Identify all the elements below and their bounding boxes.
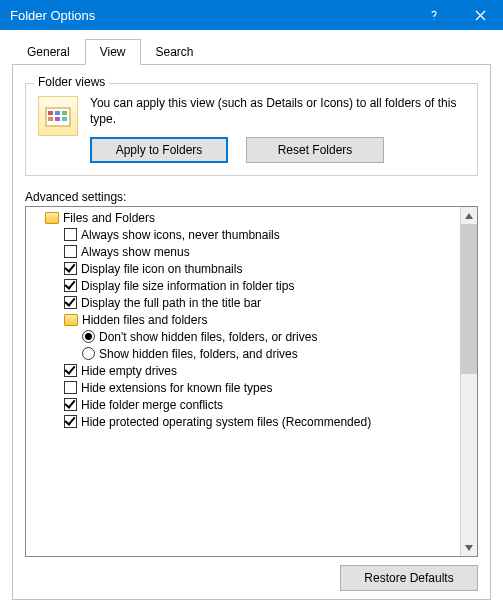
folder-views-title: Folder views xyxy=(34,75,109,89)
checkbox[interactable] xyxy=(64,415,77,428)
folder-icon xyxy=(45,212,59,224)
checkbox[interactable] xyxy=(64,398,77,411)
checkbox[interactable] xyxy=(64,245,77,258)
advanced-settings-tree: Files and Folders Always show icons, nev… xyxy=(25,206,478,557)
checkbox[interactable] xyxy=(64,279,77,292)
tree-item[interactable]: Hide empty drives xyxy=(30,362,456,379)
tab-strip: General View Search xyxy=(12,38,491,65)
checkbox[interactable] xyxy=(64,228,77,241)
advanced-settings-label: Advanced settings: xyxy=(25,190,478,204)
radio[interactable] xyxy=(82,330,95,343)
close-button[interactable] xyxy=(457,0,503,30)
tree-item[interactable]: Hide folder merge conflicts xyxy=(30,396,456,413)
tree-radio-item[interactable]: Don't show hidden files, folders, or dri… xyxy=(30,328,456,345)
folder-views-desc: You can apply this view (such as Details… xyxy=(90,96,465,127)
reset-folders-button[interactable]: Reset Folders xyxy=(246,137,384,163)
checkbox[interactable] xyxy=(64,262,77,275)
tree-root: Files and Folders xyxy=(30,209,456,226)
folder-views-group: Folder views You can apply this view (su… xyxy=(25,83,478,176)
folder-icon xyxy=(64,314,78,326)
checkbox[interactable] xyxy=(64,364,77,377)
tree-item[interactable]: Display file size information in folder … xyxy=(30,277,456,294)
window-title: Folder Options xyxy=(10,8,411,23)
titlebar[interactable]: Folder Options xyxy=(0,0,503,30)
folder-views-icon xyxy=(38,96,78,136)
scroll-track[interactable] xyxy=(461,374,477,539)
tree-item[interactable]: Display file icon on thumbnails xyxy=(30,260,456,277)
svg-rect-1 xyxy=(48,111,53,115)
apply-to-folders-button[interactable]: Apply to Folders xyxy=(90,137,228,163)
tree-item[interactable]: Hide protected operating system files (R… xyxy=(30,413,456,430)
scrollbar[interactable] xyxy=(460,207,477,556)
tree-group-hidden: Hidden files and folders xyxy=(30,311,456,328)
scroll-thumb[interactable] xyxy=(461,224,477,374)
svg-rect-5 xyxy=(55,117,60,121)
tree-item[interactable]: Hide extensions for known file types xyxy=(30,379,456,396)
checkbox[interactable] xyxy=(64,296,77,309)
svg-rect-4 xyxy=(48,117,53,121)
content-area: General View Search Folder views You can… xyxy=(0,30,503,600)
checkbox[interactable] xyxy=(64,381,77,394)
scroll-down-button[interactable] xyxy=(461,539,477,556)
view-panel: Folder views You can apply this view (su… xyxy=(12,65,491,600)
tab-general[interactable]: General xyxy=(12,39,85,65)
tab-view[interactable]: View xyxy=(85,39,141,65)
tree-item[interactable]: Display the full path in the title bar xyxy=(30,294,456,311)
svg-rect-6 xyxy=(62,117,67,121)
help-button[interactable] xyxy=(411,0,457,30)
tab-search[interactable]: Search xyxy=(141,39,209,65)
tree-radio-item[interactable]: Show hidden files, folders, and drives xyxy=(30,345,456,362)
restore-defaults-button[interactable]: Restore Defaults xyxy=(340,565,478,591)
radio[interactable] xyxy=(82,347,95,360)
tree-item[interactable]: Always show menus xyxy=(30,243,456,260)
scroll-up-button[interactable] xyxy=(461,207,477,224)
tree-item[interactable]: Always show icons, never thumbnails xyxy=(30,226,456,243)
svg-rect-3 xyxy=(62,111,67,115)
svg-rect-2 xyxy=(55,111,60,115)
